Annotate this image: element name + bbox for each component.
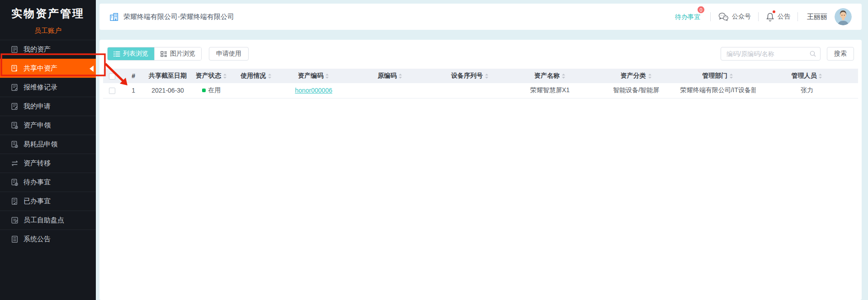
sidebar-item-label: 报维修记录 bbox=[24, 83, 57, 92]
sidebar-item-label: 易耗品申领 bbox=[24, 140, 57, 149]
col-index: # bbox=[121, 69, 146, 83]
col-asset-category: 资产分类 bbox=[593, 69, 680, 83]
username: 王丽丽 bbox=[807, 13, 827, 21]
cell-asset-name: 荣耀智慧屏X1 bbox=[507, 83, 592, 98]
cell-asset-status: 在用 bbox=[190, 83, 233, 98]
sidebar-item-repair-records[interactable]: 报维修记录 bbox=[0, 78, 96, 97]
transfer-arrows-icon bbox=[11, 159, 19, 167]
sidebar-item-self-inventory[interactable]: 员工自助盘点 bbox=[0, 211, 96, 230]
sidebar-item-pending-tasks[interactable]: 待办事宜 bbox=[0, 173, 96, 192]
divider bbox=[710, 12, 711, 21]
document-icon bbox=[11, 46, 19, 53]
notification-dot bbox=[773, 10, 775, 13]
sidebar-item-label: 我的申请 bbox=[24, 102, 51, 111]
cell-manager: 张力 bbox=[756, 83, 858, 98]
view-toggle-group: 列表浏览 图片浏览 bbox=[107, 47, 202, 61]
sort-icon[interactable] bbox=[223, 73, 227, 79]
share-asset-icon bbox=[11, 65, 19, 72]
apply-use-button[interactable]: 申请使用 bbox=[209, 47, 249, 61]
row-checkbox[interactable] bbox=[109, 88, 115, 94]
pending-tasks-icon bbox=[11, 178, 19, 186]
sort-icon[interactable] bbox=[485, 73, 489, 79]
toolbar: 列表浏览 图片浏览 申请使用 搜索 bbox=[103, 47, 858, 61]
search-button[interactable]: 搜索 bbox=[827, 47, 854, 61]
sidebar-item-system-announcements[interactable]: 系统公告 bbox=[0, 230, 96, 248]
sidebar-item-label: 已办事宜 bbox=[24, 197, 51, 206]
status-dot bbox=[202, 89, 206, 92]
search-box bbox=[721, 47, 821, 61]
list-view-label: 列表浏览 bbox=[123, 50, 148, 58]
col-usage: 使用情况 bbox=[233, 69, 279, 83]
company-name: 荣耀终端有限公司-荣耀终端有限公司 bbox=[123, 13, 234, 21]
active-arrow-icon bbox=[90, 66, 94, 72]
cell-managing-department: 荣耀终端有限公司/IT设备部 bbox=[680, 83, 756, 98]
asset-code-link[interactable]: honor000006 bbox=[295, 87, 332, 94]
sidebar-item-shared-assets[interactable]: 共享中资产 bbox=[0, 59, 96, 78]
image-view-label: 图片浏览 bbox=[170, 50, 195, 58]
sidebar-item-asset-transfer[interactable]: 资产转移 bbox=[0, 154, 96, 173]
sort-icon[interactable] bbox=[398, 73, 402, 79]
claim-icon bbox=[11, 122, 19, 129]
app-title: 实物资产管理 bbox=[0, 0, 96, 21]
bell-icon bbox=[766, 12, 774, 22]
sidebar-item-label: 资产申领 bbox=[24, 121, 51, 130]
sort-icon[interactable] bbox=[325, 73, 329, 79]
user-avatar[interactable] bbox=[835, 8, 852, 25]
col-asset-name: 资产名称 bbox=[507, 69, 592, 83]
sort-icon[interactable] bbox=[268, 73, 272, 79]
cell-share-until: 2021-06-30 bbox=[146, 83, 190, 98]
sidebar-menu: 我的资产 共享中资产 报维修记录 我的申请 资产申领 易耗品申 bbox=[0, 40, 96, 248]
company-building-icon bbox=[109, 12, 119, 22]
search-input[interactable] bbox=[721, 47, 821, 61]
app-root: 实物资产管理 员工账户 我的资产 共享中资产 报维修记录 我的申请 bbox=[0, 0, 868, 300]
col-manager: 管理人员 bbox=[756, 69, 858, 83]
sort-icon[interactable] bbox=[648, 73, 652, 79]
inventory-icon bbox=[11, 216, 19, 224]
sidebar-item-completed-tasks[interactable]: 已办事宜 bbox=[0, 192, 96, 211]
announcement-link[interactable]: 公告 bbox=[766, 12, 790, 22]
application-icon bbox=[11, 103, 19, 110]
sidebar-item-asset-claim[interactable]: 资产申领 bbox=[0, 116, 96, 135]
search-icon bbox=[809, 50, 816, 57]
announcement-label: 公告 bbox=[778, 13, 790, 21]
sidebar-item-label: 待办事宜 bbox=[24, 178, 51, 187]
sort-icon[interactable] bbox=[561, 73, 566, 79]
divider bbox=[758, 12, 759, 21]
cell-index: 1 bbox=[121, 83, 146, 98]
wechat-official-link[interactable]: 公众号 bbox=[718, 12, 751, 21]
sidebar-item-my-assets[interactable]: 我的资产 bbox=[0, 40, 96, 59]
consumable-icon bbox=[11, 141, 19, 148]
todo-link-label: 待办事宜 bbox=[675, 13, 700, 20]
cell-asset-category: 智能设备/智能屏 bbox=[593, 83, 680, 98]
account-type-label: 员工账户 bbox=[0, 27, 96, 35]
col-share-until: 共享截至日期 bbox=[146, 69, 190, 83]
sidebar-item-label: 系统公告 bbox=[24, 235, 51, 244]
select-all-checkbox[interactable] bbox=[109, 73, 115, 80]
top-header-bar: 荣耀终端有限公司-荣耀终端有限公司 0 待办事宜 公众号 bbox=[99, 4, 862, 30]
completed-tasks-icon bbox=[11, 197, 19, 205]
col-managing-department: 管理部门 bbox=[680, 69, 756, 83]
cell-original-code bbox=[348, 83, 432, 98]
wechat-label: 公众号 bbox=[732, 13, 751, 21]
assets-table: # 共享截至日期 资产状态 使用情况 资产编码 原编码 设备序列号 资产名称 资… bbox=[103, 69, 858, 98]
sort-icon[interactable] bbox=[818, 73, 822, 79]
sidebar-item-label: 员工自助盘点 bbox=[24, 216, 64, 225]
sidebar-item-my-applications[interactable]: 我的申请 bbox=[0, 97, 96, 116]
content-card: 列表浏览 图片浏览 申请使用 搜索 bbox=[99, 40, 862, 300]
sidebar-item-consumable-claim[interactable]: 易耗品申领 bbox=[0, 135, 96, 154]
repair-icon bbox=[11, 84, 19, 91]
list-view-button[interactable]: 列表浏览 bbox=[108, 47, 154, 60]
col-asset-code: 资产编码 bbox=[279, 69, 348, 83]
image-view-button[interactable]: 图片浏览 bbox=[154, 47, 201, 60]
main-area: 荣耀终端有限公司-荣耀终端有限公司 0 待办事宜 公众号 bbox=[96, 0, 868, 300]
todo-link[interactable]: 0 待办事宜 bbox=[675, 13, 700, 21]
image-view-icon bbox=[160, 51, 167, 57]
sidebar-item-label: 共享中资产 bbox=[24, 64, 57, 73]
list-view-icon bbox=[113, 51, 120, 57]
wechat-icon bbox=[718, 12, 729, 21]
sidebar-item-label: 资产转移 bbox=[24, 159, 51, 168]
search-button-label: 搜索 bbox=[834, 50, 847, 58]
sort-icon[interactable] bbox=[729, 73, 733, 79]
cell-serial-number bbox=[432, 83, 507, 98]
table-header-row: # 共享截至日期 资产状态 使用情况 资产编码 原编码 设备序列号 资产名称 资… bbox=[103, 69, 858, 83]
